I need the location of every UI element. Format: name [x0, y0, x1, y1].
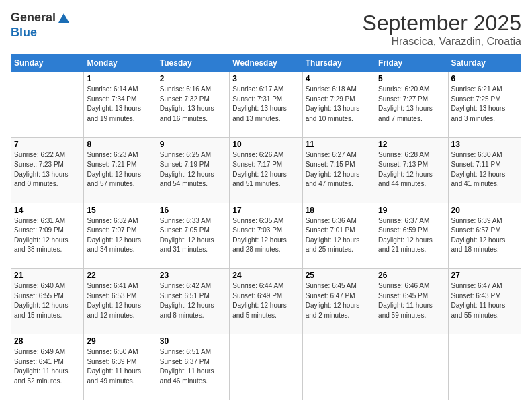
day-info: Sunrise: 6:50 AM Sunset: 6:39 PM Dayligh… — [87, 347, 153, 386]
day-number: 28 — [14, 336, 81, 346]
day-info: Sunrise: 6:31 AM Sunset: 7:09 PM Dayligh… — [14, 216, 81, 255]
day-number: 30 — [160, 336, 226, 346]
header: General Blue September 2025 Hrascica, Va… — [11, 11, 521, 48]
page: General Blue September 2025 Hrascica, Va… — [0, 0, 532, 411]
table-row: 28Sunrise: 6:49 AM Sunset: 6:41 PM Dayli… — [11, 334, 84, 400]
logo-blue: Blue — [11, 26, 72, 40]
day-number: 21 — [14, 271, 81, 280]
col-wednesday: Wednesday — [230, 55, 302, 72]
table-row — [230, 334, 302, 400]
day-number: 19 — [378, 205, 445, 215]
month-title: September 2025 — [362, 11, 521, 36]
day-number: 26 — [378, 271, 445, 280]
day-number: 16 — [160, 205, 226, 215]
table-row: 30Sunrise: 6:51 AM Sunset: 6:37 PM Dayli… — [157, 334, 229, 400]
day-number: 22 — [87, 271, 153, 280]
day-number: 1 — [87, 74, 153, 83]
table-row: 13Sunrise: 6:30 AM Sunset: 7:11 PM Dayli… — [448, 137, 521, 203]
day-number: 14 — [14, 205, 81, 215]
day-info: Sunrise: 6:33 AM Sunset: 7:05 PM Dayligh… — [160, 216, 226, 255]
day-info: Sunrise: 6:22 AM Sunset: 7:23 PM Dayligh… — [14, 150, 81, 189]
table-row: 6Sunrise: 6:21 AM Sunset: 7:25 PM Daylig… — [448, 72, 521, 138]
day-info: Sunrise: 6:20 AM Sunset: 7:27 PM Dayligh… — [378, 85, 445, 124]
day-info: Sunrise: 6:45 AM Sunset: 6:47 PM Dayligh… — [306, 281, 372, 320]
day-number: 6 — [451, 74, 518, 83]
day-number: 8 — [87, 140, 153, 149]
logo-general: General — [11, 11, 56, 26]
day-info: Sunrise: 6:46 AM Sunset: 6:45 PM Dayligh… — [378, 281, 445, 320]
table-row: 21Sunrise: 6:40 AM Sunset: 6:55 PM Dayli… — [11, 269, 84, 334]
table-row: 19Sunrise: 6:37 AM Sunset: 6:59 PM Dayli… — [375, 203, 448, 269]
day-number: 23 — [160, 271, 226, 280]
day-info: Sunrise: 6:18 AM Sunset: 7:29 PM Dayligh… — [306, 85, 372, 124]
calendar-week-row: 14Sunrise: 6:31 AM Sunset: 7:09 PM Dayli… — [11, 203, 521, 269]
col-thursday: Thursday — [302, 55, 375, 72]
day-info: Sunrise: 6:39 AM Sunset: 6:57 PM Dayligh… — [451, 216, 518, 255]
day-info: Sunrise: 6:35 AM Sunset: 7:03 PM Dayligh… — [232, 216, 299, 255]
calendar-week-row: 21Sunrise: 6:40 AM Sunset: 6:55 PM Dayli… — [11, 269, 521, 334]
table-row — [302, 334, 375, 400]
day-info: Sunrise: 6:37 AM Sunset: 6:59 PM Dayligh… — [378, 216, 445, 255]
table-row: 23Sunrise: 6:42 AM Sunset: 6:51 PM Dayli… — [157, 269, 229, 334]
col-friday: Friday — [375, 55, 448, 72]
day-number: 9 — [160, 140, 226, 149]
calendar-header-row: Sunday Monday Tuesday Wednesday Thursday… — [11, 55, 521, 72]
table-row: 4Sunrise: 6:18 AM Sunset: 7:29 PM Daylig… — [302, 72, 375, 138]
title-area: September 2025 Hrascica, Varazdin, Croat… — [362, 11, 521, 48]
day-info: Sunrise: 6:49 AM Sunset: 6:41 PM Dayligh… — [14, 347, 81, 386]
day-info: Sunrise: 6:25 AM Sunset: 7:19 PM Dayligh… — [160, 150, 226, 189]
table-row: 5Sunrise: 6:20 AM Sunset: 7:27 PM Daylig… — [375, 72, 448, 138]
day-info: Sunrise: 6:41 AM Sunset: 6:53 PM Dayligh… — [87, 281, 153, 320]
logo: General Blue — [11, 11, 72, 40]
day-number: 3 — [232, 74, 299, 83]
day-number: 12 — [378, 140, 445, 149]
location-title: Hrascica, Varazdin, Croatia — [362, 36, 521, 48]
day-info: Sunrise: 6:17 AM Sunset: 7:31 PM Dayligh… — [232, 85, 299, 124]
day-number: 25 — [306, 271, 372, 280]
day-number: 20 — [451, 205, 518, 215]
day-info: Sunrise: 6:16 AM Sunset: 7:32 PM Dayligh… — [160, 85, 226, 124]
calendar-week-row: 1Sunrise: 6:14 AM Sunset: 7:34 PM Daylig… — [11, 72, 521, 138]
table-row: 29Sunrise: 6:50 AM Sunset: 6:39 PM Dayli… — [84, 334, 157, 400]
day-number: 24 — [232, 271, 299, 280]
day-number: 10 — [232, 140, 299, 149]
day-number: 18 — [306, 205, 372, 215]
table-row — [11, 72, 84, 138]
day-info: Sunrise: 6:28 AM Sunset: 7:13 PM Dayligh… — [378, 150, 445, 189]
day-info: Sunrise: 6:23 AM Sunset: 7:21 PM Dayligh… — [87, 150, 153, 189]
day-number: 29 — [87, 336, 153, 346]
table-row — [375, 334, 448, 400]
table-row: 17Sunrise: 6:35 AM Sunset: 7:03 PM Dayli… — [230, 203, 302, 269]
table-row: 27Sunrise: 6:47 AM Sunset: 6:43 PM Dayli… — [448, 269, 521, 334]
table-row: 1Sunrise: 6:14 AM Sunset: 7:34 PM Daylig… — [84, 72, 157, 138]
calendar-table: Sunday Monday Tuesday Wednesday Thursday… — [11, 54, 521, 400]
day-info: Sunrise: 6:26 AM Sunset: 7:17 PM Dayligh… — [232, 150, 299, 189]
day-info: Sunrise: 6:47 AM Sunset: 6:43 PM Dayligh… — [451, 281, 518, 320]
table-row: 16Sunrise: 6:33 AM Sunset: 7:05 PM Dayli… — [157, 203, 229, 269]
table-row: 2Sunrise: 6:16 AM Sunset: 7:32 PM Daylig… — [157, 72, 229, 138]
day-number: 4 — [306, 74, 372, 83]
table-row: 18Sunrise: 6:36 AM Sunset: 7:01 PM Dayli… — [302, 203, 375, 269]
col-tuesday: Tuesday — [157, 55, 229, 72]
table-row: 3Sunrise: 6:17 AM Sunset: 7:31 PM Daylig… — [230, 72, 302, 138]
calendar-week-row: 7Sunrise: 6:22 AM Sunset: 7:23 PM Daylig… — [11, 137, 521, 203]
logo-text: General Blue — [11, 11, 72, 40]
day-number: 5 — [378, 74, 445, 83]
day-number: 27 — [451, 271, 518, 280]
table-row: 10Sunrise: 6:26 AM Sunset: 7:17 PM Dayli… — [230, 137, 302, 203]
table-row: 14Sunrise: 6:31 AM Sunset: 7:09 PM Dayli… — [11, 203, 84, 269]
table-row: 26Sunrise: 6:46 AM Sunset: 6:45 PM Dayli… — [375, 269, 448, 334]
day-info: Sunrise: 6:21 AM Sunset: 7:25 PM Dayligh… — [451, 85, 518, 124]
table-row: 8Sunrise: 6:23 AM Sunset: 7:21 PM Daylig… — [84, 137, 157, 203]
table-row: 9Sunrise: 6:25 AM Sunset: 7:19 PM Daylig… — [157, 137, 229, 203]
day-info: Sunrise: 6:44 AM Sunset: 6:49 PM Dayligh… — [232, 281, 299, 320]
day-number: 17 — [232, 205, 299, 215]
table-row: 7Sunrise: 6:22 AM Sunset: 7:23 PM Daylig… — [11, 137, 84, 203]
day-info: Sunrise: 6:14 AM Sunset: 7:34 PM Dayligh… — [87, 85, 153, 124]
logo-icon — [57, 12, 71, 24]
table-row: 24Sunrise: 6:44 AM Sunset: 6:49 PM Dayli… — [230, 269, 302, 334]
svg-marker-0 — [58, 13, 69, 23]
day-number: 15 — [87, 205, 153, 215]
day-info: Sunrise: 6:30 AM Sunset: 7:11 PM Dayligh… — [451, 150, 518, 189]
table-row — [448, 334, 521, 400]
